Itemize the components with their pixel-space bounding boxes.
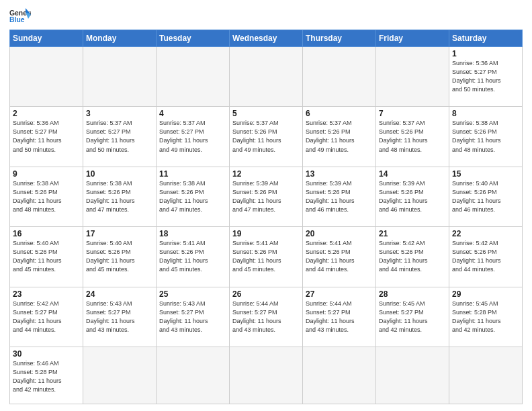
calendar-row-0: 1Sunrise: 5:36 AM Sunset: 5:27 PM Daylig… [10,47,523,107]
calendar-cell: 19Sunrise: 5:41 AM Sunset: 5:26 PM Dayli… [230,227,303,287]
calendar-cell [449,347,523,404]
day-info: Sunrise: 5:38 AM Sunset: 5:26 PM Dayligh… [13,179,80,214]
day-info: Sunrise: 5:38 AM Sunset: 5:26 PM Dayligh… [452,119,519,154]
day-number: 26 [232,289,300,299]
weekday-monday: Monday [83,30,157,47]
calendar-cell: 7Sunrise: 5:37 AM Sunset: 5:26 PM Daylig… [376,107,449,167]
day-number: 9 [13,169,80,179]
day-info: Sunrise: 5:40 AM Sunset: 5:26 PM Dayligh… [86,239,153,274]
day-info: Sunrise: 5:41 AM Sunset: 5:26 PM Dayligh… [159,239,226,274]
day-info: Sunrise: 5:37 AM Sunset: 5:26 PM Dayligh… [306,119,373,154]
day-number: 22 [452,229,519,238]
day-info: Sunrise: 5:44 AM Sunset: 5:27 PM Dayligh… [306,300,373,334]
calendar-cell: 11Sunrise: 5:38 AM Sunset: 5:26 PM Dayli… [157,167,230,226]
calendar-row-1: 2Sunrise: 5:36 AM Sunset: 5:27 PM Daylig… [10,107,523,167]
day-number: 14 [379,169,446,179]
calendar-row-5: 30Sunrise: 5:46 AM Sunset: 5:28 PM Dayli… [10,347,523,404]
day-number: 13 [306,169,373,179]
day-info: Sunrise: 5:43 AM Sunset: 5:27 PM Dayligh… [86,300,153,334]
calendar-cell: 17Sunrise: 5:40 AM Sunset: 5:26 PM Dayli… [83,227,157,287]
day-number: 21 [379,229,446,238]
day-number: 25 [159,289,226,299]
weekday-header-row: SundayMondayTuesdayWednesdayThursdayFrid… [10,30,523,47]
calendar-cell [230,47,303,107]
day-info: Sunrise: 5:37 AM Sunset: 5:26 PM Dayligh… [379,119,446,154]
day-info: Sunrise: 5:42 AM Sunset: 5:27 PM Dayligh… [13,300,80,334]
calendar-table: SundayMondayTuesdayWednesdayThursdayFrid… [9,30,523,404]
day-info: Sunrise: 5:37 AM Sunset: 5:27 PM Dayligh… [86,119,153,154]
day-info: Sunrise: 5:41 AM Sunset: 5:26 PM Dayligh… [232,239,300,274]
weekday-saturday: Saturday [449,30,523,47]
day-info: Sunrise: 5:37 AM Sunset: 5:27 PM Dayligh… [159,119,226,154]
calendar-cell: 24Sunrise: 5:43 AM Sunset: 5:27 PM Dayli… [83,287,157,347]
calendar-cell: 1Sunrise: 5:36 AM Sunset: 5:27 PM Daylig… [449,47,523,107]
calendar-cell [303,47,376,107]
day-number: 5 [232,109,300,118]
day-number: 30 [13,349,80,359]
weekday-friday: Friday [376,30,449,47]
calendar-cell: 21Sunrise: 5:42 AM Sunset: 5:26 PM Dayli… [376,227,449,287]
day-number: 6 [306,109,373,118]
day-number: 23 [13,289,80,299]
day-info: Sunrise: 5:38 AM Sunset: 5:26 PM Dayligh… [159,179,226,214]
day-info: Sunrise: 5:42 AM Sunset: 5:26 PM Dayligh… [379,239,446,274]
calendar-cell [376,47,449,107]
day-info: Sunrise: 5:41 AM Sunset: 5:26 PM Dayligh… [306,239,373,274]
day-info: Sunrise: 5:44 AM Sunset: 5:27 PM Dayligh… [232,300,300,334]
weekday-tuesday: Tuesday [157,30,230,47]
day-info: Sunrise: 5:46 AM Sunset: 5:28 PM Dayligh… [13,359,80,394]
calendar-row-2: 9Sunrise: 5:38 AM Sunset: 5:26 PM Daylig… [10,167,523,226]
svg-text:Blue: Blue [9,16,25,24]
day-info: Sunrise: 5:37 AM Sunset: 5:26 PM Dayligh… [232,119,300,154]
calendar-cell: 5Sunrise: 5:37 AM Sunset: 5:26 PM Daylig… [230,107,303,167]
calendar-cell: 20Sunrise: 5:41 AM Sunset: 5:26 PM Dayli… [303,227,376,287]
calendar-cell [157,47,230,107]
calendar-cell: 28Sunrise: 5:45 AM Sunset: 5:27 PM Dayli… [376,287,449,347]
page: General Blue SundayMondayTuesdayWednesda… [0,0,532,411]
day-info: Sunrise: 5:36 AM Sunset: 5:27 PM Dayligh… [13,119,80,154]
day-number: 27 [306,289,373,299]
calendar-cell: 12Sunrise: 5:39 AM Sunset: 5:26 PM Dayli… [230,167,303,226]
day-number: 16 [13,229,80,238]
weekday-sunday: Sunday [10,30,83,47]
day-number: 24 [86,289,153,299]
day-number: 11 [159,169,226,179]
day-number: 1 [452,49,519,58]
calendar-cell [10,47,83,107]
calendar-cell: 3Sunrise: 5:37 AM Sunset: 5:27 PM Daylig… [83,107,157,167]
calendar-cell: 6Sunrise: 5:37 AM Sunset: 5:26 PM Daylig… [303,107,376,167]
weekday-thursday: Thursday [303,30,376,47]
calendar-cell: 2Sunrise: 5:36 AM Sunset: 5:27 PM Daylig… [10,107,83,167]
calendar-cell: 4Sunrise: 5:37 AM Sunset: 5:27 PM Daylig… [157,107,230,167]
day-number: 20 [306,229,373,238]
calendar-cell: 26Sunrise: 5:44 AM Sunset: 5:27 PM Dayli… [230,287,303,347]
logo: General Blue [9,7,34,26]
calendar-row-4: 23Sunrise: 5:42 AM Sunset: 5:27 PM Dayli… [10,287,523,347]
calendar-cell: 30Sunrise: 5:46 AM Sunset: 5:28 PM Dayli… [10,347,83,404]
calendar-cell [376,347,449,404]
day-number: 3 [86,109,153,118]
calendar-cell: 18Sunrise: 5:41 AM Sunset: 5:26 PM Dayli… [157,227,230,287]
day-number: 28 [379,289,446,299]
calendar-cell: 10Sunrise: 5:38 AM Sunset: 5:26 PM Dayli… [83,167,157,226]
calendar-cell: 14Sunrise: 5:39 AM Sunset: 5:26 PM Dayli… [376,167,449,226]
calendar-cell: 8Sunrise: 5:38 AM Sunset: 5:26 PM Daylig… [449,107,523,167]
day-number: 10 [86,169,153,179]
day-info: Sunrise: 5:45 AM Sunset: 5:27 PM Dayligh… [379,300,446,334]
calendar-cell [230,347,303,404]
calendar-cell: 23Sunrise: 5:42 AM Sunset: 5:27 PM Dayli… [10,287,83,347]
calendar-cell: 13Sunrise: 5:39 AM Sunset: 5:26 PM Dayli… [303,167,376,226]
calendar-cell: 15Sunrise: 5:40 AM Sunset: 5:26 PM Dayli… [449,167,523,226]
day-number: 7 [379,109,446,118]
calendar-cell [303,347,376,404]
day-info: Sunrise: 5:42 AM Sunset: 5:26 PM Dayligh… [452,239,519,274]
day-info: Sunrise: 5:38 AM Sunset: 5:26 PM Dayligh… [86,179,153,214]
header: General Blue [9,7,523,26]
calendar-cell [83,47,157,107]
weekday-wednesday: Wednesday [230,30,303,47]
day-number: 29 [452,289,519,299]
day-number: 12 [232,169,300,179]
day-number: 18 [159,229,226,238]
calendar-cell: 9Sunrise: 5:38 AM Sunset: 5:26 PM Daylig… [10,167,83,226]
day-info: Sunrise: 5:40 AM Sunset: 5:26 PM Dayligh… [452,179,519,214]
